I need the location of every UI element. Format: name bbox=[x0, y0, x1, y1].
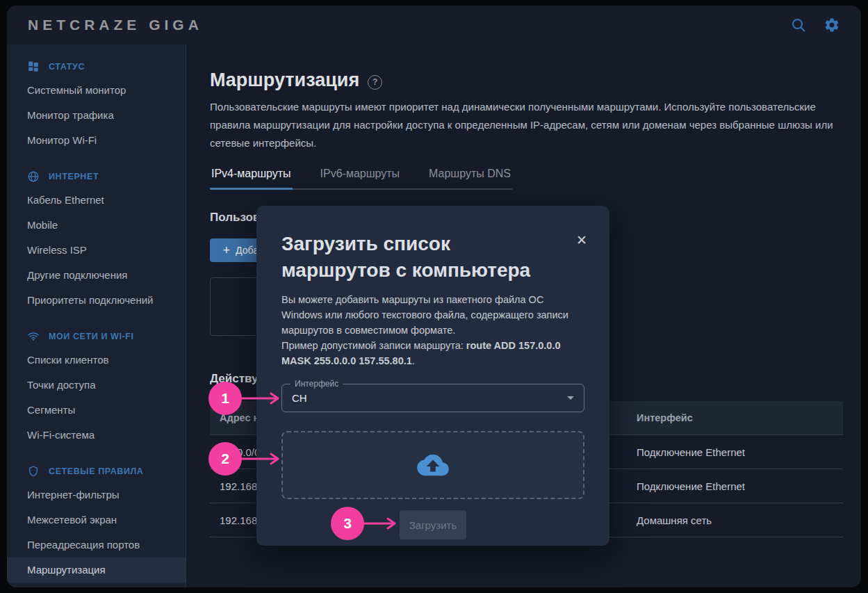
section-label: ИНТЕРНЕТ bbox=[49, 172, 99, 181]
close-icon[interactable]: ✕ bbox=[576, 234, 587, 247]
search-icon[interactable] bbox=[790, 17, 807, 33]
app-window: NETCRAZE GIGA СТАТУС Системный монитор М… bbox=[7, 6, 861, 587]
annotation-step-2: 2 bbox=[208, 442, 242, 476]
sidebar-item-wifi-system[interactable]: Wi-Fi-система bbox=[7, 423, 186, 448]
sidebar-item-wireless-isp[interactable]: Wireless ISP bbox=[7, 238, 186, 263]
sidebar-item-internet-filters[interactable]: Интернет-фильтры bbox=[7, 482, 186, 507]
modal-example: Пример допустимой записи маршрута: route… bbox=[281, 338, 584, 368]
sidebar-item-access-points[interactable]: Точки доступа bbox=[7, 373, 186, 398]
sidebar-item-system-monitor[interactable]: Системный монитор bbox=[7, 78, 186, 103]
sidebar-item-client-lists[interactable]: Списки клиентов bbox=[7, 348, 186, 373]
sidebar-section-status: СТАТУС bbox=[7, 61, 186, 72]
sidebar-item-routing[interactable]: Маршрутизация bbox=[7, 558, 186, 583]
tab-bar: IPv4-маршруты IPv6-маршруты Маршруты DNS bbox=[210, 168, 512, 190]
annotation-arrow-3 bbox=[359, 517, 398, 530]
chevron-down-icon bbox=[567, 396, 574, 400]
shield-icon bbox=[27, 465, 40, 478]
cloud-upload-icon bbox=[417, 452, 449, 478]
annotation-arrow-1 bbox=[240, 392, 281, 405]
wifi-icon bbox=[27, 330, 40, 343]
sidebar-item-other-connections[interactable]: Другие подключения bbox=[7, 263, 186, 288]
cell-interface: Подключение Ethernet bbox=[627, 480, 843, 492]
globe-icon bbox=[27, 170, 40, 183]
sidebar-item-firewall[interactable]: Межсетевой экран bbox=[7, 507, 186, 533]
sidebar-section-network-rules: СЕТЕВЫЕ ПРАВИЛА bbox=[7, 466, 186, 477]
sidebar-section-my-networks: МОИ СЕТИ И WI-FI bbox=[7, 331, 186, 342]
upload-button[interactable]: Загрузить bbox=[400, 510, 466, 539]
sidebar-item-port-forwarding[interactable]: Переадресация портов bbox=[7, 533, 186, 558]
annotation-step-1: 1 bbox=[208, 382, 242, 415]
sidebar: СТАТУС Системный монитор Монитор трафика… bbox=[7, 44, 186, 587]
gear-icon[interactable] bbox=[824, 17, 840, 33]
sidebar-item-segments[interactable]: Сегменты bbox=[7, 398, 186, 423]
tab-ipv6-routes[interactable]: IPv6-маршруты bbox=[319, 168, 402, 190]
dashboard-icon bbox=[27, 60, 40, 73]
cell-interface: Подключение Ethernet bbox=[627, 446, 843, 458]
sidebar-item-traffic-monitor[interactable]: Монитор трафика bbox=[7, 103, 186, 128]
section-label: МОИ СЕТИ И WI-FI bbox=[49, 332, 134, 341]
tab-dns-routes[interactable]: Маршруты DNS bbox=[427, 168, 512, 190]
page-description: Пользовательские маршруты имеют приорите… bbox=[210, 98, 839, 152]
help-icon[interactable]: ? bbox=[368, 75, 382, 90]
plus-icon: + bbox=[223, 244, 231, 257]
interface-select[interactable]: Интерфейс CH bbox=[281, 384, 584, 412]
sidebar-item-mobile[interactable]: Mobile bbox=[7, 213, 186, 238]
annotation-arrow-2 bbox=[240, 453, 281, 465]
interface-select-label: Интерфейс bbox=[290, 379, 343, 389]
column-header-interface: Интерфейс bbox=[627, 412, 843, 423]
modal-title: Загрузить список маршрутов с компьютера bbox=[281, 231, 584, 284]
sidebar-item-connection-priorities[interactable]: Приоритеты подключений bbox=[7, 288, 186, 313]
sidebar-item-ethernet-cable[interactable]: Кабель Ethernet bbox=[7, 188, 186, 213]
section-label: СЕТЕВЫЕ ПРАВИЛА bbox=[49, 466, 143, 476]
cell-interface: Домашняя сеть bbox=[627, 514, 843, 526]
page-title: Маршрутизация ? bbox=[210, 70, 847, 91]
file-dropzone[interactable] bbox=[281, 431, 584, 499]
section-label: СТАТУС bbox=[49, 62, 85, 72]
sidebar-item-wifi-monitor[interactable]: Монитор Wi-Fi bbox=[7, 128, 186, 153]
tab-ipv4-routes[interactable]: IPv4-маршруты bbox=[210, 168, 293, 190]
top-bar: NETCRAZE GIGA bbox=[7, 6, 861, 44]
modal-description: Вы можете добавить маршруты из пакетного… bbox=[281, 292, 584, 338]
sidebar-section-internet: ИНТЕРНЕТ bbox=[7, 171, 186, 182]
interface-select-value: CH bbox=[292, 392, 307, 404]
brand-logo: NETCRAZE GIGA bbox=[28, 17, 203, 33]
upload-routes-modal: ✕ Загрузить список маршрутов с компьютер… bbox=[256, 206, 609, 546]
